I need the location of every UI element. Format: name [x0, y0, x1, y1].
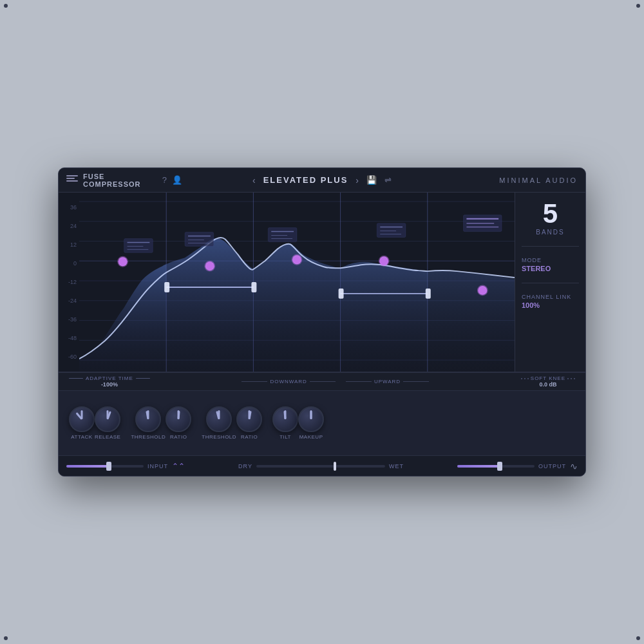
spectrum-svg	[79, 193, 515, 372]
dot-4	[567, 378, 569, 379]
preset-name: ELEVATED PLUS	[263, 175, 348, 185]
y-label--60: -60	[59, 354, 79, 360]
upward-label: UPWARD	[374, 379, 401, 384]
makeup-knob[interactable]	[298, 406, 324, 432]
side-divider-2	[522, 283, 579, 283]
side-panel: 5 BANDS MODE STEREO CHANNEL LINK 100%	[515, 193, 585, 372]
ratio-down-knob-group: RATIO	[166, 406, 191, 440]
soft-knee-dots-row: SOFT KNEE	[521, 375, 575, 381]
tilt-label: TILT	[279, 434, 291, 440]
shuffle-icon[interactable]: ⇌	[384, 175, 392, 185]
attack-label: ATTACK	[71, 434, 92, 440]
input-fader-fill	[66, 465, 109, 468]
y-label--36: -36	[59, 316, 79, 323]
makeup-knob-group: MAKEUP	[298, 406, 324, 440]
bands-label: BANDS	[522, 229, 579, 236]
plugin-window: FUSE COMPRESSOR ? 👤 ‹ ELEVATED PLUS › 💾 …	[58, 167, 586, 477]
mode-label: MODE	[522, 257, 579, 263]
threshold-up-knob[interactable]	[206, 406, 232, 432]
drywet-section: DRY WET	[191, 463, 451, 469]
input-fader-section: INPUT ⌃⌃	[66, 462, 185, 471]
svg-point-39	[118, 257, 128, 266]
sine-icon[interactable]: ∿	[570, 461, 578, 471]
svg-rect-19	[124, 238, 153, 252]
header-left: FUSE COMPRESSOR ? 👤	[66, 173, 182, 188]
svg-rect-27	[268, 228, 297, 242]
soft-knee-value: 0.0 dB	[539, 381, 556, 388]
threshold-down-knob[interactable]	[135, 406, 161, 432]
side-divider-1	[522, 246, 579, 247]
attack-knob[interactable]	[69, 406, 95, 432]
bottom-bar: INPUT ⌃⌃ DRY WET OUTPUT ∿	[59, 455, 585, 476]
output-fader-section: OUTPUT ∿	[457, 461, 578, 471]
mode-value[interactable]: STEREO	[522, 265, 579, 272]
upward-line-left	[346, 381, 372, 382]
output-fader-thumb[interactable]	[497, 462, 502, 471]
svg-point-40	[205, 261, 214, 270]
dot-1	[521, 378, 522, 379]
plugin-title: FUSE COMPRESSOR	[83, 173, 157, 188]
input-fader-track[interactable]	[66, 465, 144, 468]
input-expand-icon[interactable]: ⌃⌃	[172, 462, 185, 471]
spectrum-display: 36 24 12 0 -12 -24 -36 -48 -60	[59, 193, 515, 372]
makeup-label: MAKEUP	[299, 434, 323, 440]
tilt-knob[interactable]	[272, 406, 298, 432]
next-preset-button[interactable]: ›	[355, 175, 359, 185]
controls-top-bar: ADAPTIVE TIME -100% DOWNWARD UPWARD	[59, 373, 585, 391]
svg-rect-15	[251, 282, 256, 292]
svg-point-43	[478, 286, 487, 295]
downward-line-left	[242, 381, 267, 382]
output-label: OUTPUT	[538, 463, 566, 469]
knobs-area: ATTACK RELEASE THRESHOLD	[59, 391, 585, 455]
svg-rect-23	[185, 232, 214, 247]
input-label: INPUT	[147, 463, 168, 469]
downward-label: DOWNWARD	[270, 379, 307, 384]
y-label--24: -24	[59, 298, 79, 304]
ratio-down-knob[interactable]	[166, 406, 191, 432]
downward-label-group: DOWNWARD	[242, 379, 335, 384]
release-knob-group: RELEASE	[95, 406, 120, 440]
dry-label: DRY	[238, 463, 252, 469]
input-fader-thumb[interactable]	[106, 462, 111, 471]
downward-line-right	[310, 381, 336, 382]
drywet-fader-track[interactable]	[256, 465, 385, 468]
dot-5	[571, 378, 572, 379]
tilt-knob-group: TILT	[272, 406, 298, 440]
arc-line-left	[69, 378, 83, 379]
soft-knee-section: SOFT KNEE 0.0 dB	[521, 375, 575, 388]
help-icon[interactable]: ?	[162, 175, 167, 185]
ratio-up-knob-group: RATIO	[236, 406, 262, 440]
drywet-thumb[interactable]	[334, 462, 336, 471]
header-center: ‹ ELEVATED PLUS › 💾 ⇌	[182, 175, 462, 185]
ratio-up-knob[interactable]	[236, 406, 262, 432]
brand-name: MINIMAL AUDIO	[499, 176, 578, 184]
group-labels-bar: DOWNWARD UPWARD	[242, 379, 429, 384]
header: FUSE COMPRESSOR ? 👤 ‹ ELEVATED PLUS › 💾 …	[59, 168, 585, 193]
y-label-0: 0	[59, 260, 79, 267]
channel-link-value[interactable]: 100%	[522, 301, 579, 309]
output-fader-track[interactable]	[457, 465, 535, 468]
threshold-down-knob-group: THRESHOLD	[131, 406, 166, 440]
threshold-up-knob-group: THRESHOLD	[202, 406, 236, 440]
svg-rect-18	[426, 289, 431, 299]
threshold-down-label: THRESHOLD	[131, 434, 166, 440]
y-label--48: -48	[59, 335, 79, 341]
arc-line-right	[136, 378, 150, 379]
controls-section: ADAPTIVE TIME -100% DOWNWARD UPWARD	[59, 372, 585, 455]
save-icon[interactable]: 💾	[366, 175, 377, 185]
header-right: MINIMAL AUDIO	[462, 176, 578, 184]
prev-preset-button[interactable]: ‹	[252, 175, 256, 185]
user-icon[interactable]: 👤	[172, 175, 182, 185]
svg-rect-17	[339, 289, 344, 299]
y-axis-labels: 36 24 12 0 -12 -24 -36 -48 -60	[59, 193, 79, 372]
release-knob[interactable]	[95, 406, 120, 432]
adaptive-time-section: ADAPTIVE TIME -100%	[69, 375, 150, 388]
threshold-up-label: THRESHOLD	[202, 434, 236, 440]
ratio-up-label: RATIO	[241, 434, 258, 440]
output-fader-fill	[457, 465, 500, 468]
main-area: 36 24 12 0 -12 -24 -36 -48 -60	[59, 193, 585, 372]
svg-point-41	[292, 255, 301, 264]
dot-2	[524, 378, 526, 379]
release-label: RELEASE	[95, 434, 120, 440]
dot-6	[574, 378, 575, 379]
